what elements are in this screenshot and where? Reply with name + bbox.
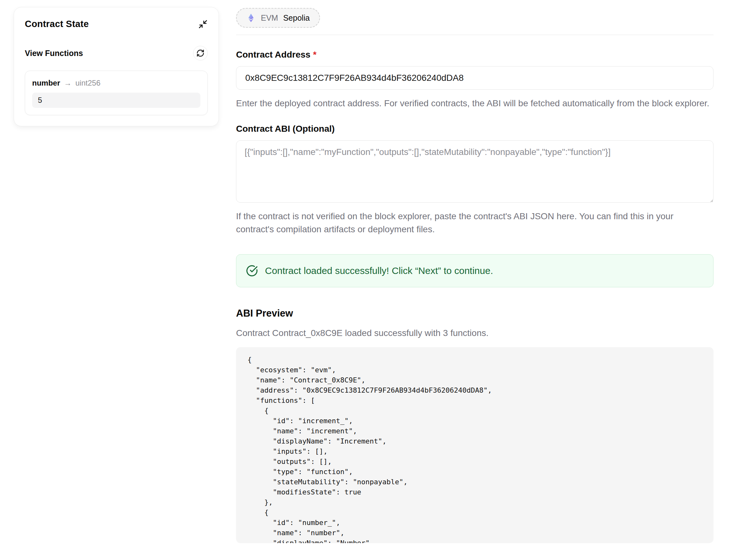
- badge-network-label: Sepolia: [283, 13, 310, 23]
- view-functions-row: View Functions: [25, 46, 208, 60]
- page: Contract State View Functions: [0, 0, 731, 560]
- function-name: number: [32, 79, 60, 87]
- divider: [236, 35, 713, 35]
- abi-preview-title: ABI Preview: [236, 308, 713, 319]
- success-alert: Contract loaded successfully! Click “Nex…: [236, 254, 713, 287]
- refresh-icon: [196, 49, 205, 57]
- function-value: 5: [32, 93, 200, 108]
- abi-json-code: { "ecosystem": "evm", "name": "Contract_…: [248, 355, 702, 543]
- network-badge[interactable]: EVM Sepolia: [236, 8, 320, 28]
- contract-address-helper: Enter the deployed contract address. For…: [236, 97, 713, 110]
- badge-ecosystem-label: EVM: [261, 13, 278, 23]
- contract-state-card: Contract State View Functions: [14, 7, 219, 126]
- success-message: Contract loaded successfully! Click “Nex…: [265, 265, 493, 276]
- contract-abi-textarea[interactable]: [236, 140, 713, 203]
- contract-state-title: Contract State: [25, 19, 89, 29]
- arrow-icon: →: [64, 79, 72, 87]
- function-result-card[interactable]: number → uint256 5: [25, 71, 208, 115]
- function-return-type: uint256: [75, 79, 101, 87]
- contract-address-label-text: Contract Address: [236, 50, 311, 59]
- contract-address-input[interactable]: [236, 66, 713, 90]
- required-marker: *: [313, 50, 317, 59]
- abi-preview-code-block[interactable]: { "ecosystem": "evm", "name": "Contract_…: [236, 347, 713, 543]
- check-circle-icon: [246, 265, 258, 277]
- collapse-button[interactable]: [198, 19, 208, 29]
- main-column: EVM Sepolia Contract Address* Enter the …: [236, 0, 713, 543]
- contract-state-header: Contract State: [25, 19, 208, 29]
- contract-address-label: Contract Address*: [236, 50, 713, 60]
- refresh-button[interactable]: [193, 46, 208, 60]
- contract-abi-helper: If the contract is not verified on the b…: [236, 210, 713, 236]
- ethereum-icon: [246, 13, 256, 23]
- minimize-icon: [198, 19, 208, 29]
- abi-preview-subtitle: Contract Contract_0x8C9E loaded successf…: [236, 328, 713, 338]
- contract-abi-label: Contract ABI (Optional): [236, 124, 713, 134]
- view-functions-label: View Functions: [25, 49, 83, 58]
- function-signature: number → uint256: [32, 79, 200, 87]
